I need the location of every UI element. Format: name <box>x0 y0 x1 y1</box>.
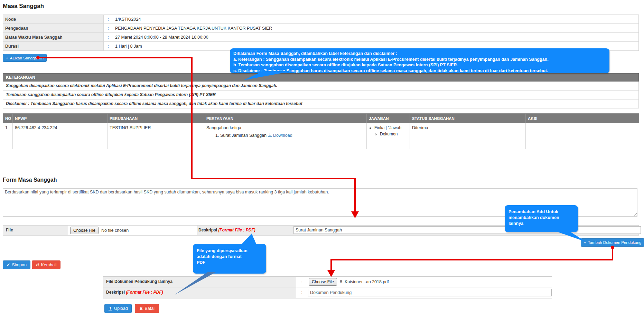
info-label-batas-waktu: Batas Waktu Masa Sanggah <box>3 33 104 42</box>
info-label-pengadaan: Pengadaan <box>3 24 104 33</box>
format-file-note: (Format File : PDF) <box>218 228 255 232</box>
colon-separator: : <box>104 15 113 24</box>
info-label-kode: Kode <box>3 15 104 24</box>
callout-line: c. Disclaimer : Tembusan Sanggahan harus… <box>233 68 606 74</box>
sanggahan-table: NO NPWP PERUSAHAAN PERTANYAAN JAWABAN ST… <box>3 113 639 149</box>
undo-icon: ↺ <box>36 262 39 267</box>
info-table: Kode : 1/KSTK/2024 Pengadaan : PENGADAAN… <box>3 15 639 51</box>
dokumen-pendukung-form: File Dokumen Pendukung lainnya : Choose … <box>103 276 552 298</box>
arrowhead-icon <box>327 270 335 277</box>
keterangan-header: KETERANGAN <box>3 73 639 82</box>
deskripsi-label: Deskripsi <box>198 228 217 232</box>
file-dokumen-input[interactable]: Choose File 8. Kuisioner...an 2018.pdf <box>307 277 552 287</box>
deskripsi-label: Deskripsi <box>106 290 125 295</box>
simpan-button[interactable]: ✔ Simpan <box>3 260 30 269</box>
form-title: Form Masa Sanggah <box>3 177 57 183</box>
annotation-callout-disclaimer: Dihalaman Form Masa Sanggah, ditambahkan… <box>230 48 609 73</box>
callout-line: Dihalaman Form Masa Sanggah, ditambahkan… <box>233 51 606 57</box>
jawaban-item: Finka | "Jawab <box>374 125 408 130</box>
no-file-chosen-text: No file chosen <box>101 228 129 233</box>
simpan-label: Simpan <box>12 263 26 267</box>
kembali-button[interactable]: ↺ Kembali <box>32 260 60 269</box>
choose-file-button[interactable]: Choose File <box>309 278 337 286</box>
cell-npwp: 86.726.482.4-234.224 <box>13 123 108 149</box>
annotation-callout-tambah: Penambahan Add Untuk menambahkan dokumen… <box>505 205 578 232</box>
file-dokumen-row: File Dokumen Pendukung lainnya : Choose … <box>103 277 552 287</box>
tambah-dokumen-button[interactable]: + Tambah Dokumen Pendukung <box>581 238 644 247</box>
jawaban-subitem: Dokumen <box>380 132 408 136</box>
download-link[interactable]: Download <box>268 133 292 138</box>
callout-line: adalah dengan format <box>197 254 262 260</box>
masa-sanggah-page: Masa Sanggah Kode : 1/KSTK/2024 Pengadaa… <box>0 0 644 314</box>
check-icon: ✔ <box>7 262 10 267</box>
download-icon <box>268 133 272 137</box>
col-header-npwp: NPWP <box>13 114 108 123</box>
table-row: Pengadaan : PENGADAAN PENYEDIA JASA TENA… <box>3 24 639 33</box>
batal-label: Batal <box>144 306 155 311</box>
colon-separator: : <box>296 277 308 287</box>
upload-icon <box>108 306 112 311</box>
format-file-note: (Format File : PDF) <box>126 290 163 295</box>
callout-line: lainnya <box>508 221 574 227</box>
upload-label: Upload <box>114 306 128 311</box>
kembali-label: Kembali <box>41 263 56 267</box>
callout-line: PDF <box>197 260 262 266</box>
cell-aksi <box>526 123 639 149</box>
colon-separator: : <box>104 33 113 42</box>
keterangan-note-3: Disclaimer : Tembusan Sanggahan harus di… <box>3 99 639 108</box>
cell-no: 1 <box>3 123 13 149</box>
cell-jawaban: Finka | "Jawab Dokumen <box>367 123 410 149</box>
col-header-jawaban: JAWABAN <box>367 114 410 123</box>
plus-icon: + <box>584 240 586 245</box>
file-input[interactable]: Choose File No file chosen <box>68 226 197 235</box>
callout-line: a. Keterangan : Sanggahan disampaikan se… <box>233 57 606 63</box>
pertanyaan-title: Sanggahan ketiga <box>206 125 364 130</box>
colon-separator: : <box>296 287 308 298</box>
col-header-aksi: AKSI <box>526 114 639 123</box>
batal-button[interactable]: ✖ Batal <box>135 304 159 313</box>
annotation-arrow-2 <box>331 247 613 272</box>
info-value-kode: 1/KSTK/2024 <box>113 15 639 24</box>
table-row: 1 86.726.482.4-234.224 TESTING SUPPLIER … <box>3 123 639 149</box>
cell-status: Diterima <box>410 123 526 149</box>
info-value-pengadaan: PENGADAAN PENYEDIA JASA TENAGA KERJA UNT… <box>113 24 639 33</box>
keterangan-note-1: Sanggahan disampaikan secara elektronik … <box>3 82 639 91</box>
download-label: Download <box>273 133 292 138</box>
deskripsi-dokumen-row: Deskripsi (Format File : PDF) : <box>103 287 552 298</box>
keterangan-note-2: Tembusan sanggahan disampaikan secara of… <box>3 91 639 99</box>
ajukan-sanggahan-button[interactable]: + Ajukan Sanggahan <box>3 54 47 62</box>
cross-icon: ✖ <box>139 306 143 311</box>
cell-pertanyaan: Sanggahan ketiga 1. Surat Jaminan Sangga… <box>204 123 367 149</box>
upload-button[interactable]: Upload <box>104 304 132 313</box>
callout-line: File yang dipersyaratkan <box>197 248 262 254</box>
file-dokumen-label: File Dokumen Pendukung lainnya <box>106 279 172 284</box>
deskripsi-input[interactable] <box>293 226 641 234</box>
colon-separator: : <box>104 24 113 33</box>
keterangan-panel: KETERANGAN Sanggahan disampaikan secara … <box>3 73 639 108</box>
selected-file-name: 8. Kuisioner...an 2018.pdf <box>340 279 389 284</box>
cell-perusahaan: TESTING SUPPLIER <box>108 123 204 149</box>
page-title: Masa Sanggah <box>3 3 44 10</box>
table-header-row: NO NPWP PERUSAHAAN PERTANYAAN JAWABAN ST… <box>3 114 639 123</box>
col-header-status: STATUS SANGGAHAN <box>410 114 526 123</box>
callout-line: b. Tembusan sanggahan disampaikan secara… <box>233 62 606 68</box>
callout-line: menambahkan dokumen <box>508 215 574 221</box>
colon-separator: : <box>104 42 113 51</box>
annotation-callout-pdf: File yang dipersyaratkan adalah dengan f… <box>193 244 266 274</box>
ajukan-sanggahan-label: Ajukan Sanggahan <box>10 56 44 60</box>
table-row: Kode : 1/KSTK/2024 <box>3 15 639 24</box>
col-header-no: NO <box>3 114 13 123</box>
col-header-pertanyaan: PERTANYAAN <box>204 114 367 123</box>
table-row: Batas Waktu Masa Sanggah : 27 Maret 2024… <box>3 33 639 42</box>
callout-line: Penambahan Add Untuk <box>508 209 574 215</box>
col-header-perusahaan: PERUSAHAAN <box>108 114 204 123</box>
info-value-batas-waktu: 27 Maret 2024 8:00:00 - 28 Maret 2024 16… <box>113 33 639 42</box>
info-label-durasi: Durasi <box>3 42 104 51</box>
plus-icon: + <box>6 56 8 60</box>
pertanyaan-item: 1. Surat Jaminan Sanggah <box>215 133 267 138</box>
tambah-dokumen-label: Tambah Dokumen Pendukung <box>588 240 642 245</box>
choose-file-button[interactable]: Choose File <box>70 227 99 234</box>
deskripsi-dokumen-input[interactable] <box>308 289 552 296</box>
file-label: File <box>6 228 13 232</box>
